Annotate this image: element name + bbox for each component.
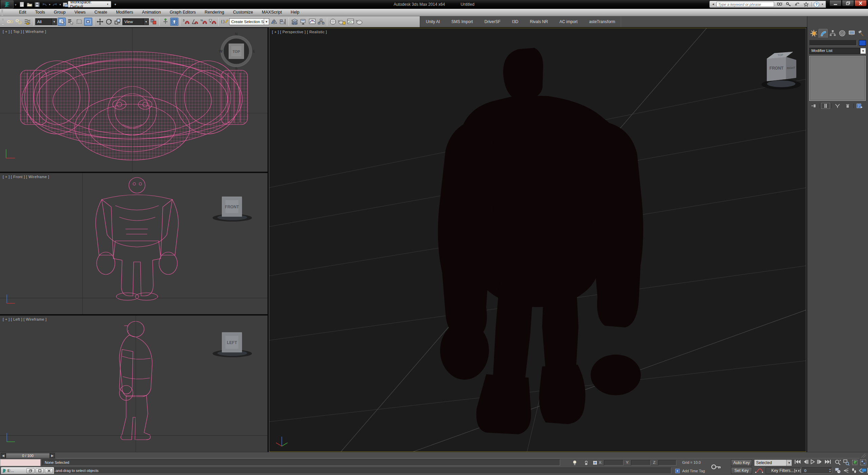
render-setup-icon[interactable] bbox=[338, 18, 346, 26]
keyboard-shortcut-override-toggle[interactable] bbox=[170, 18, 178, 26]
help-dropdown-caret[interactable]: ▼ bbox=[821, 3, 824, 5]
notification-chat-icon[interactable] bbox=[861, 468, 867, 473]
walk-through-icon[interactable] bbox=[852, 468, 856, 473]
infocenter-collapse-icon[interactable]: ◄ bbox=[712, 3, 714, 6]
reference-coordinate-dropdown[interactable]: View ▼ bbox=[122, 18, 149, 25]
quick-access-overflow-icon[interactable]: ▼ bbox=[113, 2, 118, 7]
tab-display[interactable] bbox=[847, 29, 856, 38]
custom-script-button[interactable]: SMS Import bbox=[446, 16, 478, 27]
track-bar-end-grip[interactable] bbox=[861, 453, 867, 458]
zoom-icon[interactable] bbox=[835, 459, 841, 466]
schematic-view-icon[interactable] bbox=[317, 18, 325, 26]
help-icon[interactable]: ? bbox=[814, 2, 819, 7]
percent-snap-toggle-icon[interactable]: % bbox=[200, 18, 208, 26]
menu-item[interactable]: MAXScript bbox=[257, 9, 286, 16]
viewcube-top-face-label[interactable]: TOP bbox=[233, 50, 240, 54]
mini-window-maximize-icon[interactable] bbox=[36, 468, 44, 473]
previous-frame-arrow[interactable]: ◀ bbox=[1, 453, 6, 458]
time-slider-handle[interactable]: 0 / 100 bbox=[6, 453, 50, 458]
compass-south[interactable]: S bbox=[235, 66, 237, 71]
minimized-script-window[interactable]: E:... bbox=[1, 467, 54, 474]
viewcube-persp-top-label[interactable]: TOP bbox=[777, 53, 784, 57]
menu-item[interactable]: Group bbox=[50, 9, 70, 16]
next-frame-icon[interactable] bbox=[817, 459, 823, 464]
selection-filter-dropdown[interactable]: All ▼ bbox=[35, 18, 57, 25]
tab-hierarchy[interactable] bbox=[828, 29, 837, 38]
subscription-key-icon[interactable] bbox=[785, 1, 792, 7]
curve-editor-icon[interactable] bbox=[308, 18, 316, 26]
frame-spinner[interactable]: ▲▼ bbox=[829, 468, 832, 473]
toolbar-grip[interactable] bbox=[2, 19, 4, 24]
viewport-perspective-label[interactable]: [ + ] [ Perspective ] [ Realistic ] bbox=[272, 30, 327, 34]
spinner-snap-toggle-icon[interactable] bbox=[209, 18, 217, 26]
default-in-out-tangents-icon[interactable] bbox=[755, 468, 764, 474]
custom-script-button[interactable]: Unity AI bbox=[420, 16, 446, 27]
mirror-icon[interactable] bbox=[270, 18, 278, 26]
viewcube-front[interactable]: FRONT bbox=[211, 187, 255, 223]
custom-script-button[interactable]: DriverSF bbox=[479, 16, 506, 27]
tab-modify[interactable] bbox=[818, 29, 828, 38]
maxscript-mini-listener[interactable] bbox=[0, 459, 41, 466]
render-production-icon[interactable] bbox=[355, 18, 363, 26]
undo-dropdown-caret[interactable]: ▼ bbox=[48, 3, 51, 6]
select-by-name-icon[interactable] bbox=[66, 18, 75, 26]
select-and-move-icon[interactable] bbox=[96, 18, 104, 26]
viewcube-top[interactable]: TOP N E S W bbox=[219, 33, 256, 71]
zoom-all-icon[interactable] bbox=[843, 459, 849, 466]
viewport-top[interactable]: [ + ] [ Top ] [ Wireframe ] bbox=[0, 28, 268, 172]
menu-item[interactable]: Modifiers bbox=[112, 9, 138, 16]
pin-stack-icon[interactable] bbox=[809, 103, 818, 109]
snap-toggle-3d-icon[interactable]: 3 bbox=[182, 18, 190, 26]
absolute-relative-coords-toggle-icon[interactable] bbox=[592, 460, 598, 466]
window-crossing-toggle[interactable] bbox=[84, 18, 92, 26]
selection-lock-toggle-icon[interactable] bbox=[583, 460, 589, 466]
viewport-front-label[interactable]: [ + ] [ Front ] [ Wireframe ] bbox=[3, 175, 49, 179]
material-editor-icon[interactable] bbox=[329, 18, 337, 26]
field-of-view-icon[interactable] bbox=[843, 468, 849, 473]
new-scene-icon[interactable] bbox=[19, 1, 25, 8]
menu-item[interactable]: Tools bbox=[31, 9, 50, 16]
previous-frame-icon[interactable] bbox=[803, 459, 808, 464]
auto-key-button[interactable]: Auto Key bbox=[731, 459, 752, 466]
x-coord-field[interactable] bbox=[604, 460, 624, 466]
viewport-top-label[interactable]: [ + ] [ Top ] [ Wireframe ] bbox=[3, 30, 46, 34]
viewcube-persp-front-label[interactable]: FRONT bbox=[769, 66, 784, 71]
use-pivot-point-center-icon[interactable] bbox=[150, 18, 158, 26]
custom-script-button[interactable]: asteTransform bbox=[583, 16, 621, 27]
graphite-ribbon-toggle-icon[interactable] bbox=[299, 18, 308, 26]
custom-script-button[interactable]: Rivals NR bbox=[524, 16, 554, 27]
make-unique-icon[interactable] bbox=[833, 103, 842, 109]
perspective-shaded-model[interactable] bbox=[269, 28, 806, 452]
tab-motion[interactable] bbox=[837, 29, 847, 38]
bind-to-space-warp-icon[interactable] bbox=[23, 18, 32, 26]
restore-button[interactable] bbox=[842, 0, 854, 6]
compass-east[interactable]: E bbox=[253, 49, 255, 53]
current-frame-field[interactable]: 0 ▲▼ bbox=[802, 467, 832, 474]
set-keys-key-icon[interactable] bbox=[711, 461, 722, 472]
viewcube-left[interactable]: LEFT bbox=[211, 323, 255, 358]
application-menu-button[interactable] bbox=[1, 0, 14, 8]
workspace-dropdown[interactable]: Workspace: Default ▼ bbox=[68, 1, 111, 7]
key-mode-toggle-icon[interactable] bbox=[794, 468, 801, 473]
undo-icon[interactable] bbox=[41, 1, 48, 8]
compass-west[interactable]: W bbox=[219, 49, 223, 53]
minimize-button[interactable] bbox=[829, 0, 842, 6]
menu-item[interactable]: Animation bbox=[138, 9, 165, 16]
menu-item[interactable]: Rendering bbox=[200, 9, 229, 16]
go-to-start-icon[interactable] bbox=[794, 459, 801, 464]
zoom-extents-all-icon[interactable] bbox=[860, 459, 866, 466]
search-input[interactable] bbox=[716, 2, 774, 7]
go-to-end-icon[interactable] bbox=[825, 459, 831, 464]
time-slider-track[interactable] bbox=[56, 453, 859, 458]
add-time-tag-label[interactable]: Add Time Tag bbox=[682, 469, 705, 473]
play-animation-icon[interactable] bbox=[810, 459, 815, 464]
viewport-front[interactable]: [ + ] [ Front ] [ Wireframe ] bbox=[0, 173, 268, 314]
custom-script-button[interactable]: I3D bbox=[506, 16, 524, 27]
select-and-manipulate-icon[interactable] bbox=[161, 18, 170, 26]
mini-window-restore-icon[interactable] bbox=[26, 468, 35, 473]
favorites-star-icon[interactable] bbox=[803, 1, 809, 7]
menu-item[interactable]: Help bbox=[286, 9, 304, 16]
tab-utilities[interactable] bbox=[856, 29, 866, 38]
close-button[interactable] bbox=[854, 0, 867, 6]
time-tag-icon[interactable] bbox=[675, 468, 680, 473]
